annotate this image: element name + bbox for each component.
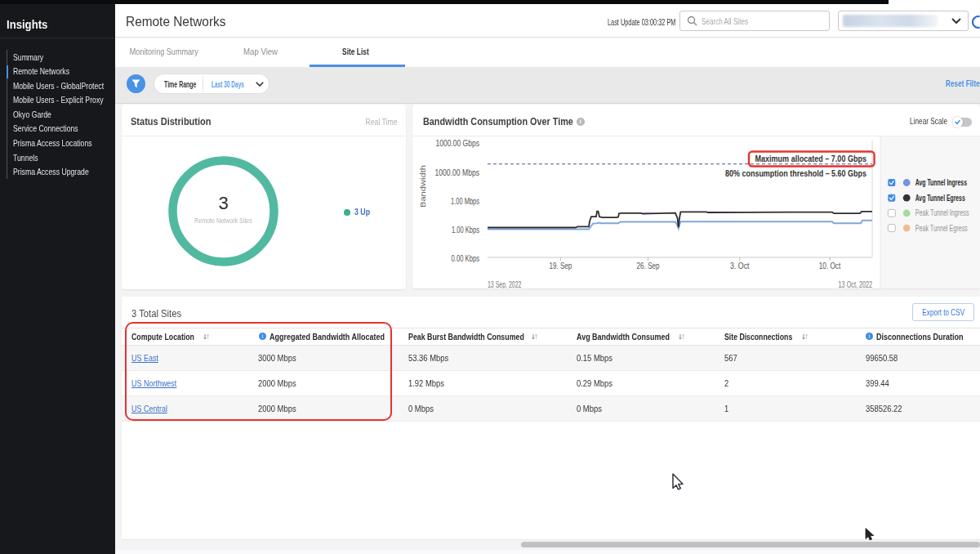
svg-text:Bandwidth: Bandwidth bbox=[418, 165, 427, 208]
svg-text:1.00 Kbps: 1.00 Kbps bbox=[452, 225, 479, 235]
svg-text:1000.00 Gbps: 1000.00 Gbps bbox=[435, 138, 479, 148]
svg-text:1000.00 Mbps: 1000.00 Mbps bbox=[435, 168, 480, 177]
svg-text:0.00 Kbps: 0.00 Kbps bbox=[452, 253, 480, 263]
svg-text:13 Oct, 2022: 13 Oct, 2022 bbox=[839, 280, 873, 288]
svg-text:Avg Tunnel Egress: Avg Tunnel Egress bbox=[915, 193, 965, 203]
svg-text:1.00 Mbps: 1.00 Mbps bbox=[451, 196, 479, 206]
svg-text:Avg Tunnel Ingress: Avg Tunnel Ingress bbox=[915, 177, 967, 187]
svg-text:Peak Tunnel Egress: Peak Tunnel Egress bbox=[915, 223, 968, 233]
svg-text:80% consumption threshold – 5.: 80% consumption threshold – 5.60 Gbps bbox=[725, 168, 866, 178]
svg-text:Maximum allocated – 7.00 Gbps: Maximum allocated – 7.00 Gbps bbox=[755, 154, 867, 163]
svg-text:3. Oct: 3. Oct bbox=[730, 261, 750, 270]
svg-text:10. Oct: 10. Oct bbox=[819, 261, 841, 270]
svg-text:19. Sep: 19. Sep bbox=[549, 261, 572, 270]
svg-text:13 Sep, 2022: 13 Sep, 2022 bbox=[488, 280, 522, 288]
svg-text:Peak Tunnel Ingress: Peak Tunnel Ingress bbox=[915, 208, 969, 217]
svg-text:26. Sep: 26. Sep bbox=[637, 261, 660, 270]
